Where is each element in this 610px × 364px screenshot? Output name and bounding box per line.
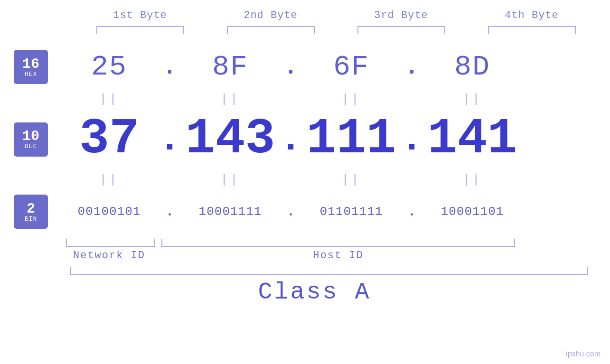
eq-2-1: || xyxy=(62,173,157,187)
bracket-top-1 xyxy=(96,26,184,34)
eq-2-4: || xyxy=(425,173,520,187)
eq-2-3: || xyxy=(304,173,399,187)
class-label-area: Class A xyxy=(0,279,610,306)
bin-value-4: 10001101 xyxy=(425,205,520,219)
bin-badge-num: 2 xyxy=(27,202,35,216)
dec-row: 10 DEC 37 . 143 . 111 . 141 xyxy=(0,107,610,171)
dec-badge: 10 DEC xyxy=(14,122,48,157)
bin-dot-3: . xyxy=(399,204,425,220)
network-bracket xyxy=(66,239,155,247)
eq-values-2: || || || || xyxy=(62,173,610,187)
bracket-top-4 xyxy=(488,26,576,34)
hex-badge: 16 HEX xyxy=(14,50,48,84)
hex-value-4: 8D xyxy=(425,51,520,83)
watermark: ipshu.com xyxy=(566,350,601,358)
bracket-top-2 xyxy=(227,26,315,34)
dec-badge-cell: 10 DEC xyxy=(0,122,62,157)
hex-badge-cell: 16 HEX xyxy=(0,50,62,84)
host-id-label: Host ID xyxy=(161,250,515,261)
hex-dot-3: . xyxy=(399,54,425,81)
dec-values: 37 . 143 . 111 . 141 xyxy=(62,111,610,168)
dec-dot-3: . xyxy=(399,118,425,161)
dec-dot-2: . xyxy=(278,118,304,161)
eq-1-2: || xyxy=(183,92,278,106)
dec-value-2: 143 xyxy=(183,111,278,168)
byte-label-1: 1st Byte xyxy=(88,9,192,21)
dec-dot-1: . xyxy=(157,118,183,161)
byte-labels-row: 1st Byte 2nd Byte 3rd Byte 4th Byte xyxy=(75,9,597,21)
byte-label-3: 3rd Byte xyxy=(349,9,453,21)
eq-1-1: || xyxy=(62,92,157,106)
host-id-bracket-group: Host ID xyxy=(161,239,515,261)
main-container: 1st Byte 2nd Byte 3rd Byte 4th Byte 16 H… xyxy=(0,0,610,364)
hex-badge-label: HEX xyxy=(25,71,37,77)
eq-values-1: || || || || xyxy=(62,92,610,106)
equals-row-1: || || || || xyxy=(0,91,610,107)
bin-value-3: 01101111 xyxy=(304,205,399,219)
hex-row: 16 HEX 25 . 8F . 6F . 8D xyxy=(0,43,610,91)
top-brackets-row xyxy=(75,26,597,34)
bin-values: 00100101 . 10001111 . 01101111 . 1000110… xyxy=(62,204,610,220)
class-label: Class A xyxy=(258,279,371,306)
hex-badge-num: 16 xyxy=(22,57,39,71)
dec-value-1: 37 xyxy=(62,111,157,168)
host-bracket xyxy=(161,239,515,247)
bin-value-2: 10001111 xyxy=(183,205,278,219)
class-bracket-area xyxy=(0,267,610,275)
dec-value-4: 141 xyxy=(425,111,520,168)
equals-row-2: || || || || xyxy=(0,171,610,188)
eq-1-3: || xyxy=(304,92,399,106)
bin-badge-cell: 2 BIN xyxy=(0,195,62,229)
bin-badge-label: BIN xyxy=(25,216,37,222)
eq-1-4: || xyxy=(425,92,520,106)
dec-value-3: 111 xyxy=(304,111,399,168)
dec-badge-label: DEC xyxy=(25,143,37,149)
hex-value-3: 6F xyxy=(304,51,399,83)
byte-label-2: 2nd Byte xyxy=(218,9,323,21)
bracket-top-3 xyxy=(357,26,445,34)
network-id-label: Network ID xyxy=(62,250,157,261)
bin-dot-1: . xyxy=(157,204,183,220)
network-id-bracket-group: Network ID xyxy=(62,239,157,261)
byte-label-4: 4th Byte xyxy=(479,9,584,21)
eq-2-2: || xyxy=(183,173,278,187)
bin-badge: 2 BIN xyxy=(14,195,48,229)
class-bracket xyxy=(70,267,588,275)
hex-value-2: 8F xyxy=(183,51,278,83)
hex-values: 25 . 8F . 6F . 8D xyxy=(62,51,610,83)
hex-value-1: 25 xyxy=(62,51,157,83)
dec-badge-num: 10 xyxy=(22,129,39,143)
bin-dot-2: . xyxy=(278,204,304,220)
hex-dot-1: . xyxy=(157,54,183,81)
bin-row: 2 BIN 00100101 . 10001111 . 01101111 . xyxy=(0,188,610,235)
bottom-brackets-area: Network ID Host ID xyxy=(0,239,610,261)
hex-dot-2: . xyxy=(278,54,304,81)
bin-value-1: 00100101 xyxy=(62,205,157,219)
